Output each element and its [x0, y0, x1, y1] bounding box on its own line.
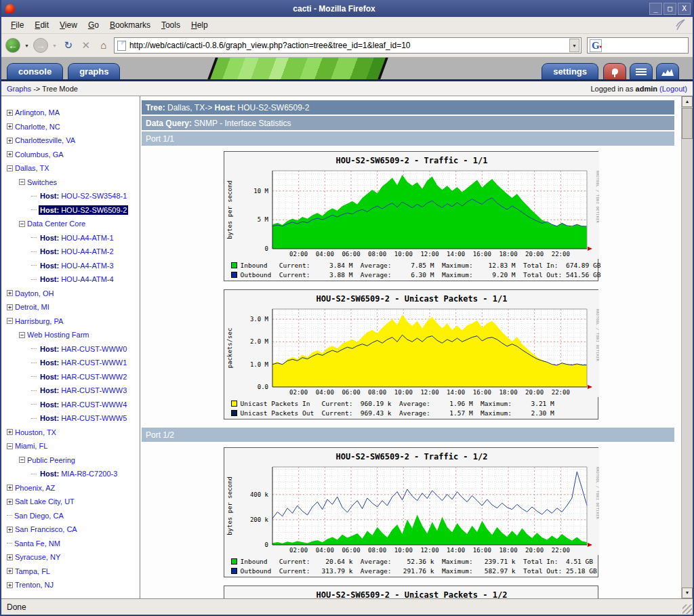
sidebar-item-syracuse-ny[interactable]: +Syracuse, NY	[1, 550, 140, 564]
sidebar-item-hou-s2-sw3548-1[interactable]: Host: HOU-S2-SW3548-1	[1, 189, 140, 203]
sidebar-item-harrisburg-pa[interactable]: −Harrisburg, PA	[1, 314, 140, 329]
menu-view[interactable]: View	[54, 18, 83, 33]
menu-help[interactable]: Help	[186, 18, 213, 33]
sidebar-item-miami-fl[interactable]: −Miami, FL	[1, 439, 140, 453]
collapse-icon[interactable]: −	[7, 165, 13, 171]
expand-icon[interactable]: +	[7, 110, 13, 116]
vertical-scrollbar[interactable]: ▲ ▼	[681, 96, 693, 598]
sidebar-host-link[interactable]: Host: HAR-CUST-WWW2	[39, 372, 128, 382]
collapse-icon[interactable]: −	[19, 457, 25, 463]
sidebar-host-link[interactable]: Host: HAR-CUST-WWW5	[39, 413, 128, 423]
collapse-icon[interactable]: −	[19, 179, 25, 185]
scroll-up-icon[interactable]: ▲	[682, 96, 693, 107]
sidebar-item-hou-a4-atm-4[interactable]: Host: HOU-A4-ATM-4	[1, 272, 140, 287]
sidebar-item-har-cust-www0[interactable]: Host: HAR-CUST-WWW0	[1, 342, 140, 356]
sidebar-item-san-diego-ca[interactable]: San Diego, CA	[1, 509, 140, 523]
graph-traffic-1-1[interactable]: HOU-S2-SW6509-2 - Traffic - 1/1RRDTOOL /…	[224, 151, 598, 281]
sidebar-item-selected[interactable]: Host: HOU-S2-SW6509-2	[39, 205, 128, 215]
expand-icon[interactable]: +	[7, 290, 13, 296]
sidebar-item-san-francisco-ca[interactable]: +San Francisco, CA	[1, 522, 140, 537]
close-button[interactable]: X	[678, 3, 691, 15]
sidebar-host-link[interactable]: Host: HOU-A4-ATM-4	[39, 274, 115, 284]
expand-icon[interactable]: +	[7, 123, 13, 129]
sidebar-item-santa-fe-nm[interactable]: Santa Fe, NM	[1, 537, 140, 551]
menu-edit[interactable]: Edit	[29, 18, 54, 33]
collapse-icon[interactable]: −	[7, 318, 13, 324]
sidebar-host-link[interactable]: Host: HAR-CUST-WWW1	[39, 358, 128, 367]
sidebar-item-columbus-ga[interactable]: +Columbus, GA	[1, 148, 140, 162]
sidebar-item-web-hosting-farm[interactable]: −Web Hosting Farm	[1, 328, 140, 342]
search-bar[interactable]: G▾	[587, 37, 689, 54]
collapse-icon[interactable]: −	[7, 443, 13, 449]
url-dropdown-icon[interactable]: ▼	[569, 39, 579, 52]
sidebar-item-har-cust-www1[interactable]: Host: HAR-CUST-WWW1	[1, 356, 140, 370]
logout-link[interactable]: (Logout)	[659, 85, 687, 93]
sidebar-host-link[interactable]: Host: HOU-S2-SW3548-1	[39, 191, 128, 201]
graph-unicast-1-1[interactable]: HOU-S2-SW6509-2 - Unicast Packets - 1/1R…	[224, 289, 598, 419]
expand-icon[interactable]: +	[7, 151, 13, 157]
sidebar-item-hou-s2-sw6509-2[interactable]: Host: HOU-S2-SW6509-2	[1, 203, 140, 218]
tab-graphs[interactable]: graphs	[68, 63, 120, 79]
minimize-button[interactable]: _	[649, 3, 662, 15]
back-dropdown-icon[interactable]: ▼	[23, 43, 30, 48]
sidebar-item-har-cust-www2[interactable]: Host: HAR-CUST-WWW2	[1, 370, 140, 384]
breadcrumb-graphs-link[interactable]: Graphs	[7, 85, 31, 93]
resize-grip[interactable]	[682, 604, 692, 614]
expand-icon[interactable]: +	[7, 304, 13, 310]
sidebar-item-salt-lake-city-ut[interactable]: +Salt Lake City, UT	[1, 495, 140, 509]
sidebar-item-trenton-nj[interactable]: +Trenton, NJ	[1, 578, 140, 592]
sidebar-item-charlottesville-va[interactable]: +Charlottesville, VA	[1, 134, 140, 148]
sidebar-item-hou-a4-atm-1[interactable]: Host: HOU-A4-ATM-1	[1, 231, 140, 245]
scroll-down-icon[interactable]: ▼	[682, 588, 693, 598]
expand-icon[interactable]: +	[7, 429, 13, 435]
google-search-icon[interactable]: G▾	[590, 39, 602, 52]
sidebar-item-arlington-ma[interactable]: +Arlington, MA	[1, 106, 140, 120]
menu-file[interactable]: File	[5, 18, 29, 33]
url-input[interactable]: http://web/cacti/cacti-0.8.6/graph_view.…	[129, 41, 569, 50]
expand-icon[interactable]: +	[7, 554, 13, 560]
menu-tools[interactable]: Tools	[156, 18, 186, 33]
sidebar-item-har-cust-www4[interactable]: Host: HAR-CUST-WWW4	[1, 398, 140, 412]
forward-button[interactable]: →	[33, 38, 48, 53]
back-button[interactable]: ←	[5, 38, 20, 53]
sidebar-item-dayton-oh[interactable]: +Dayton, OH	[1, 287, 140, 301]
expand-icon[interactable]: +	[7, 138, 13, 144]
sidebar-item-har-cust-www3[interactable]: Host: HAR-CUST-WWW3	[1, 384, 140, 398]
sidebar-host-link[interactable]: Host: HAR-CUST-WWW4	[39, 400, 128, 409]
sidebar-item-tampa-fl[interactable]: +Tampa, FL	[1, 564, 140, 579]
menu-go[interactable]: Go	[83, 18, 104, 33]
home-button[interactable]: ⌂	[96, 38, 111, 53]
sidebar-host-link[interactable]: Host: HOU-A4-ATM-3	[39, 261, 115, 270]
sidebar-item-hou-a4-atm-2[interactable]: Host: HOU-A4-ATM-2	[1, 245, 140, 259]
url-bar[interactable]: http://web/cacti/cacti-0.8.6/graph_view.…	[114, 37, 581, 54]
maximize-button[interactable]: □	[664, 3, 676, 15]
sidebar-item-hou-a4-atm-3[interactable]: Host: HOU-A4-ATM-3	[1, 259, 140, 273]
graph-traffic-1-2[interactable]: HOU-S2-SW6509-2 - Traffic - 1/2RRDTOOL /…	[224, 447, 598, 577]
sidebar-item-charlotte-nc[interactable]: +Charlotte, NC	[1, 120, 140, 134]
expand-icon[interactable]: +	[7, 568, 13, 574]
sidebar-item-har-cust-www5[interactable]: Host: HAR-CUST-WWW5	[1, 411, 140, 426]
menu-bookmarks[interactable]: Bookmarks	[104, 18, 156, 33]
sidebar-item-data-center-core[interactable]: −Data Center Core	[1, 217, 140, 231]
expand-icon[interactable]: +	[7, 527, 13, 533]
sidebar-host-link[interactable]: Host: MIA-R8-C7200-3	[39, 469, 119, 478]
tree-view-tab[interactable]	[603, 63, 626, 79]
expand-icon[interactable]: +	[7, 499, 13, 505]
sidebar-item-switches[interactable]: −Switches	[1, 176, 140, 190]
sidebar-host-link[interactable]: Host: HAR-CUST-WWW0	[39, 344, 128, 354]
sidebar-item-mia-r8-c7200-3[interactable]: Host: MIA-R8-C7200-3	[1, 467, 140, 481]
reload-button[interactable]: ↻	[61, 38, 76, 53]
tab-console[interactable]: console	[7, 63, 63, 79]
expand-icon[interactable]: +	[7, 582, 13, 588]
sidebar-item-detroit-mi[interactable]: +Detroit, MI	[1, 300, 140, 314]
sidebar-item-dallas-tx[interactable]: −Dallas, TX	[1, 161, 140, 176]
sidebar-host-link[interactable]: Host: HAR-CUST-WWW3	[39, 386, 128, 395]
scrollbar-thumb[interactable]	[682, 108, 693, 139]
preview-view-tab[interactable]	[656, 63, 679, 79]
tab-settings[interactable]: settings	[542, 63, 598, 79]
list-view-tab[interactable]	[630, 63, 653, 79]
sidebar-host-link[interactable]: Host: HOU-A4-ATM-1	[39, 233, 115, 243]
sidebar-item-public-peering[interactable]: −Public Peering	[1, 453, 140, 468]
sidebar-item-houston-tx[interactable]: +Houston, TX	[1, 426, 140, 440]
collapse-icon[interactable]: −	[19, 332, 25, 338]
